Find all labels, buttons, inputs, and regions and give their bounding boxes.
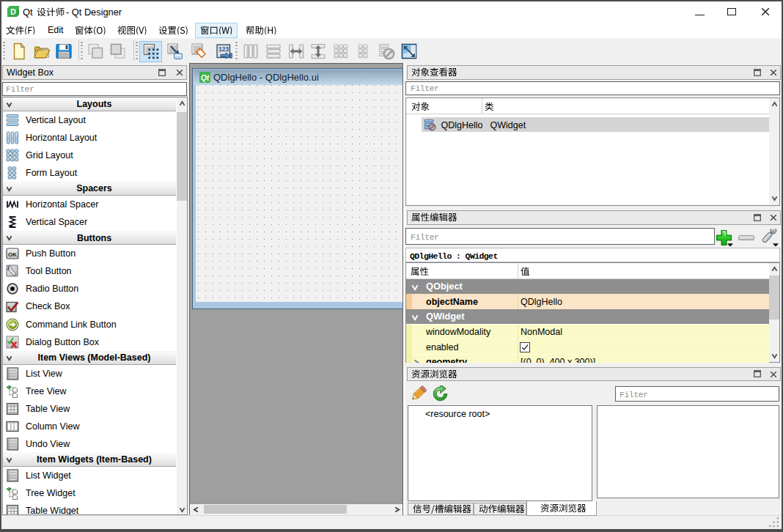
svg-text:Qt: Qt	[201, 73, 210, 82]
svg-text:123: 123	[218, 45, 229, 53]
svg-text:OK: OK	[8, 251, 17, 258]
svg-text:D: D	[10, 7, 16, 16]
